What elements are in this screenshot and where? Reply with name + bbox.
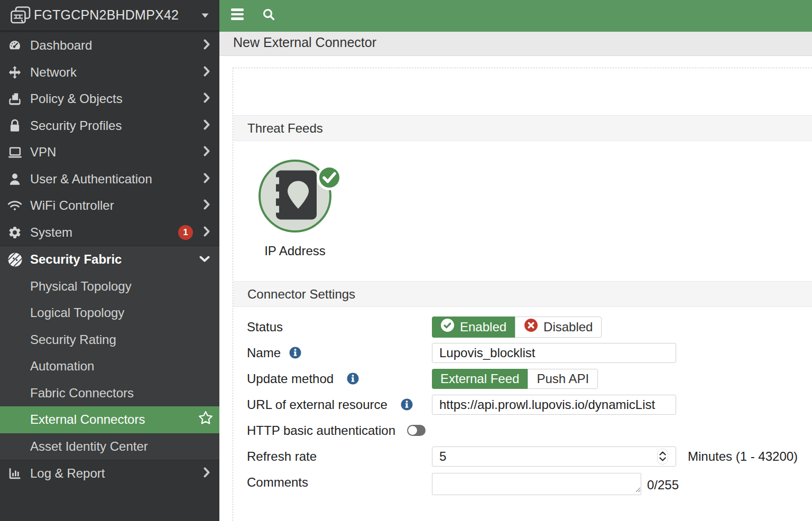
comments-label: Comments — [233, 475, 432, 490]
sidebar-item-label: WiFi Controller — [30, 198, 114, 213]
check-circle-icon — [440, 318, 455, 336]
sidebar-item-label: External Connectors — [30, 412, 145, 427]
refresh-rate-label: Refresh rate — [233, 449, 432, 464]
sidebar-item-logical-topology[interactable]: Logical Topology — [0, 300, 219, 327]
chevron-right-icon — [204, 199, 210, 212]
refresh-rate-input[interactable] — [432, 446, 676, 467]
connector-settings-form: Status Enabled — [233, 307, 812, 495]
name-row: Name — [233, 340, 812, 366]
sidebar-item-label: Fabric Connectors — [30, 386, 134, 401]
info-icon[interactable] — [401, 398, 413, 411]
form-card: Threat Feeds — [233, 68, 812, 521]
sidebar-item-label: VPN — [30, 145, 56, 160]
notification-badge: 1 — [178, 225, 193, 240]
tile-label: IP Address — [259, 244, 331, 258]
sidebar-item-asset-identity-center[interactable]: Asset Identity Center — [0, 433, 219, 460]
sidebar-item-user-authentication[interactable]: User & Authentication — [0, 166, 219, 193]
network-arrows-icon — [7, 66, 22, 79]
sidebar-item-vpn[interactable]: VPN — [0, 139, 219, 166]
sidebar-item-label: Log & Report — [30, 466, 105, 481]
sidebar-item-security-profiles[interactable]: Security Profiles — [0, 113, 219, 139]
chevron-right-icon — [204, 119, 210, 132]
url-label: URL of external resource — [233, 397, 432, 412]
external-feed-button[interactable]: External Feed — [432, 369, 528, 389]
update-method-label: Update method — [233, 371, 432, 386]
section-title: Connector Settings — [247, 287, 355, 302]
push-api-button[interactable]: Push API — [528, 369, 598, 389]
check-badge-icon — [317, 165, 342, 190]
sidebar-item-label: Physical Topology — [30, 279, 132, 294]
update-method-toggle-group: External Feed Push API — [432, 369, 598, 389]
status-disabled-button[interactable]: Disabled — [515, 317, 602, 338]
info-icon[interactable] — [289, 347, 301, 359]
sidebar-item-label: User & Authentication — [30, 172, 152, 187]
sidebar-item-fabric-connectors[interactable]: Fabric Connectors — [0, 380, 219, 407]
chevron-right-icon — [204, 173, 210, 185]
chevron-right-icon — [204, 92, 210, 105]
status-toggle-group: Enabled Disabled — [432, 317, 602, 338]
policy-objects-icon — [7, 92, 22, 106]
fortigate-logo-icon — [10, 6, 31, 24]
chevron-down-icon — [199, 255, 210, 264]
sidebar-item-log-report[interactable]: Log & Report — [0, 460, 219, 487]
section-header-threat-feeds: Threat Feeds — [233, 115, 812, 141]
search-icon[interactable] — [263, 8, 275, 21]
sidebar-item-label: Logical Topology — [30, 305, 124, 320]
url-input[interactable] — [432, 395, 676, 415]
sidebar-item-dashboard[interactable]: Dashboard — [0, 32, 219, 59]
sidebar-item-security-fabric[interactable]: Security Fabric — [0, 246, 219, 273]
sidebar-item-label: Security Rating — [30, 332, 116, 347]
status-label: Status — [233, 320, 432, 334]
gear-icon — [7, 226, 22, 239]
http-auth-toggle[interactable] — [407, 425, 426, 436]
info-icon[interactable] — [347, 373, 359, 385]
refresh-rate-row: Refresh rate Minutes (1 - 43200) — [233, 443, 812, 469]
sidebar-item-wifi-controller[interactable]: WiFi Controller — [0, 192, 219, 219]
name-input[interactable] — [432, 343, 676, 363]
caret-down-icon — [201, 11, 209, 20]
status-enabled-button[interactable]: Enabled — [432, 317, 515, 338]
sidebar-item-network[interactable]: Network — [0, 59, 219, 86]
section-title: Threat Feeds — [247, 121, 323, 136]
times-circle-icon — [524, 318, 538, 336]
bar-chart-icon — [7, 467, 22, 480]
sidebar-item-security-rating[interactable]: Security Rating — [0, 327, 219, 353]
sidebar-item-system[interactable]: System 1 — [0, 219, 219, 246]
sidebar-item-label: Asset Identity Center — [30, 439, 148, 454]
sidebar-item-label: Security Profiles — [30, 118, 122, 133]
lock-icon — [7, 119, 22, 133]
wifi-icon — [7, 199, 22, 212]
main-area: New External Connector Threat Feeds — [219, 0, 812, 521]
chevron-right-icon — [204, 467, 210, 480]
sidebar-item-automation[interactable]: Automation — [0, 353, 219, 380]
http-auth-row: HTTP basic authentication — [233, 417, 812, 443]
number-spinner[interactable] — [657, 449, 668, 464]
sidebar-item-external-connectors[interactable]: External Connectors — [0, 406, 219, 433]
url-row: URL of external resource — [233, 392, 812, 417]
laptop-icon — [7, 145, 22, 159]
device-selector[interactable]: FGTGCPN2BHDMPX42 — [0, 0, 219, 32]
device-name: FGTGCPN2BHDMPX42 — [34, 7, 179, 23]
tile-ip-address[interactable]: IP Address — [259, 160, 331, 258]
menu-icon[interactable] — [231, 8, 244, 20]
http-auth-label: HTTP basic authentication — [233, 423, 395, 438]
sidebar-item-label: Policy & Objects — [30, 91, 123, 106]
comments-counter: 0/255 — [647, 478, 679, 492]
chevron-right-icon — [204, 146, 210, 159]
page-title: New External Connector — [233, 35, 376, 50]
chevron-right-icon — [204, 39, 210, 52]
section-header-connector-settings: Connector Settings — [233, 281, 812, 307]
user-icon — [7, 172, 22, 186]
comments-textarea[interactable] — [432, 473, 641, 495]
sidebar-item-physical-topology[interactable]: Physical Topology — [0, 273, 219, 300]
dashboard-gauge-icon — [7, 39, 22, 52]
sidebar-item-label: System — [30, 225, 72, 240]
sidebar-item-policy-objects[interactable]: Policy & Objects — [0, 86, 219, 113]
sidebar-item-label: Dashboard — [30, 38, 92, 53]
content: Threat Feeds — [219, 56, 812, 521]
app: FGTGCPN2BHDMPX42 Dashboard — [0, 0, 812, 521]
star-icon[interactable] — [198, 411, 214, 429]
sidebar-nav: Dashboard Network — [0, 32, 219, 487]
address-book-pin-icon[interactable] — [259, 160, 331, 232]
threat-feeds-tiles: IP Address — [233, 141, 812, 281]
